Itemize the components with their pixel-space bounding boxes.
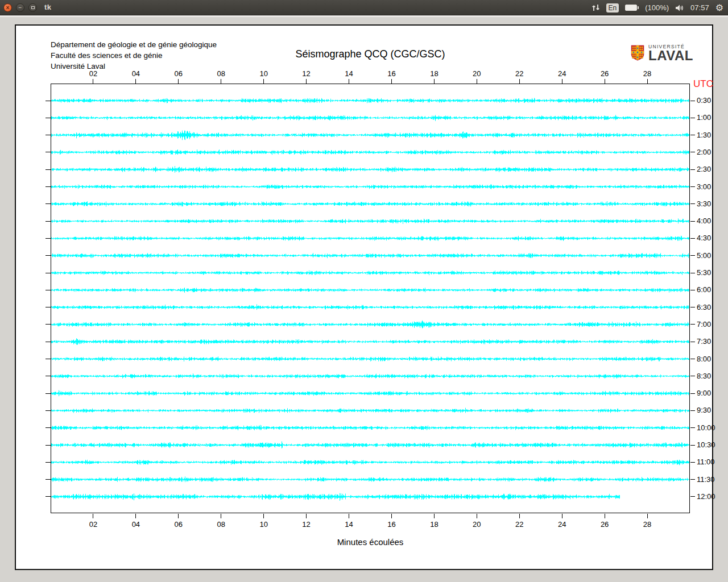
y-axis-tick-right: [690, 307, 695, 307]
utc-time-label: 8:00: [697, 355, 711, 363]
y-axis-tick-right: [690, 203, 695, 204]
close-button[interactable]: ×: [3, 3, 12, 12]
utc-time-label: 9:30: [697, 406, 711, 414]
y-axis-tick-left: [46, 393, 51, 394]
x-axis-tick-bottom: [519, 514, 520, 518]
y-axis-tick-left: [46, 169, 51, 170]
y-axis-tick-left: [46, 427, 51, 428]
universite-laval-logo: UNIVERSITÉ LAVAL: [631, 39, 693, 66]
x-axis-tick-top: [434, 79, 435, 84]
y-axis-tick-left: [46, 273, 51, 273]
x-axis-tick-label-bottom: 10: [259, 520, 267, 529]
x-axis-tick-top: [519, 79, 520, 84]
minimize-button[interactable]: −: [16, 3, 24, 12]
utc-time-label: 1:30: [697, 131, 711, 139]
x-axis-tick-label-bottom: 06: [175, 520, 183, 529]
x-axis-tick-label-top: 12: [302, 69, 310, 78]
y-axis-tick-right: [690, 186, 695, 187]
y-axis-tick-left: [46, 290, 51, 290]
y-axis-tick-right: [690, 445, 695, 446]
x-axis-tick-label-top: 02: [89, 69, 97, 78]
x-axis-tick-label-bottom: 18: [430, 520, 438, 529]
clock[interactable]: 07:57: [690, 3, 709, 12]
y-axis-tick-right: [690, 393, 695, 394]
x-axis-tick-top: [93, 79, 93, 84]
x-axis-tick-label-top: 04: [132, 69, 140, 78]
x-axis-tick-label-top: 28: [643, 69, 651, 78]
x-axis-tick-top: [306, 79, 307, 84]
y-axis-tick-left: [46, 203, 51, 204]
x-axis-tick-top: [605, 79, 605, 84]
y-axis-tick-right: [690, 152, 695, 152]
y-axis-tick-left: [46, 221, 51, 222]
laval-logo-text: UNIVERSITÉ LAVAL: [648, 44, 693, 62]
y-axis-tick-left: [46, 255, 51, 256]
y-axis-tick-left: [46, 307, 51, 307]
x-axis-tick-top: [135, 79, 136, 84]
x-axis-tick-label-bottom: 02: [89, 520, 97, 529]
y-axis-tick-right: [690, 135, 695, 135]
x-axis-tick-bottom: [434, 514, 435, 518]
volume-icon[interactable]: [675, 4, 684, 12]
x-axis-tick-bottom: [349, 514, 349, 518]
gear-icon[interactable]: ⚙: [715, 3, 723, 13]
utc-time-label: 12:00: [697, 492, 715, 501]
x-axis-tick-label-top: 18: [430, 69, 438, 78]
y-axis-tick-left: [46, 152, 51, 152]
utc-time-label: 3:00: [697, 182, 711, 191]
y-axis-tick-right: [690, 324, 695, 325]
maximize-button[interactable]: [28, 3, 37, 12]
y-axis-tick-left: [46, 410, 51, 411]
utc-time-label: 8:30: [697, 372, 711, 380]
battery-percentage: (100%): [645, 3, 669, 12]
utc-time-label: 5:30: [697, 268, 711, 277]
utc-axis-title: UTC: [693, 78, 713, 90]
x-axis-tick-bottom: [263, 514, 264, 518]
y-axis-tick-right: [690, 221, 695, 222]
utc-time-label: 2:30: [697, 165, 711, 173]
window-title: tk: [44, 3, 51, 11]
x-axis-tick-label-bottom: 04: [132, 520, 140, 529]
y-axis-tick-left: [46, 479, 51, 480]
utc-time-label: 2:00: [697, 148, 711, 156]
keyboard-layout-indicator[interactable]: En: [606, 3, 619, 13]
y-axis-tick-left: [46, 135, 51, 135]
x-axis-tick-label-top: 26: [601, 69, 609, 78]
utc-time-label: 9:00: [697, 389, 711, 397]
x-axis-tick-top: [263, 79, 264, 84]
x-axis-tick-top: [178, 79, 179, 84]
x-axis-tick-top: [221, 79, 221, 84]
y-axis-tick-right: [690, 101, 695, 101]
network-updown-icon[interactable]: [592, 3, 600, 12]
y-axis-tick-left: [46, 462, 51, 463]
x-axis-tick-label-top: 06: [175, 69, 183, 78]
x-axis-tick-bottom: [135, 514, 136, 518]
utc-time-label: 0:30: [697, 96, 711, 105]
utc-time-label: 5:00: [697, 251, 711, 260]
x-axis-tick-bottom: [477, 514, 477, 518]
y-axis-tick-right: [690, 410, 695, 411]
x-axis-tick-bottom: [221, 514, 221, 518]
utc-time-label: 1:00: [697, 113, 711, 122]
x-axis-tick-label-bottom: 14: [345, 520, 353, 529]
x-axis-title: Minutes écoulées: [51, 537, 690, 547]
utc-time-label: 7:30: [697, 337, 711, 346]
y-axis-tick-right: [690, 238, 695, 239]
x-axis-tick-label-bottom: 20: [473, 520, 481, 529]
y-axis-tick-left: [46, 445, 51, 446]
x-axis-tick-bottom: [647, 514, 648, 518]
x-axis-tick-label-top: 16: [387, 69, 395, 78]
desktop: { "titlebar": { "title": "tk", "tray": {…: [0, 0, 728, 582]
x-axis-tick-bottom: [605, 514, 605, 518]
tk-window: Département de géologie et de génie géol…: [15, 24, 713, 570]
x-axis-tick-label-bottom: 24: [558, 520, 566, 529]
y-axis-tick-left: [46, 496, 51, 497]
y-axis-tick-right: [690, 479, 695, 480]
y-axis-tick-left: [46, 324, 51, 325]
x-axis-tick-bottom: [178, 514, 179, 518]
battery-icon[interactable]: [625, 5, 639, 11]
y-axis-tick-right: [690, 359, 695, 359]
x-axis-tick-bottom: [391, 514, 392, 518]
y-axis-tick-left: [46, 238, 51, 239]
y-axis-tick-left: [46, 118, 51, 118]
